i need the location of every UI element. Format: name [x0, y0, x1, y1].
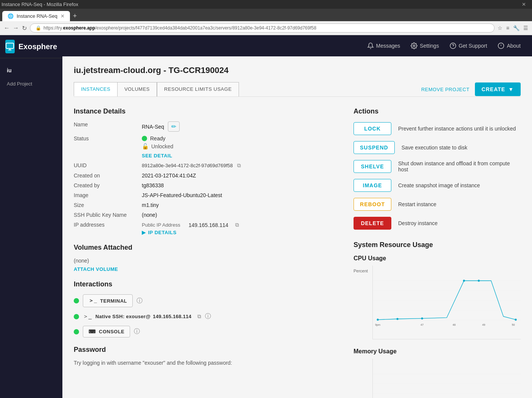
volumes-title: Volumes Attached: [74, 244, 338, 252]
uuid-label: UUID: [74, 162, 142, 169]
sidebar-brand: Exosphere: [0, 35, 62, 58]
actions-title: Actions: [354, 107, 521, 115]
svg-rect-0: [6, 43, 14, 48]
memory-chart-container: 100 75 50 25: [354, 359, 521, 398]
left-column: Instance Details Name RNA-Seq ✏ Status: [74, 107, 338, 398]
terminal-label: TERMINAL: [100, 298, 127, 304]
browser-titlebar: Instance RNA-Seq - Mozilla Firefox ✕: [0, 0, 532, 9]
tab-instances[interactable]: INSTANCES: [74, 82, 117, 96]
created-on-value: 2021-03-12T04:41:04Z: [142, 173, 196, 179]
cpu-chart-container: Percent 100 75 50 25 0: [354, 266, 521, 340]
system-resource-title: System Resource Usage: [354, 241, 521, 249]
nav-get-support[interactable]: Get Support: [450, 42, 487, 49]
menu-icon[interactable]: ☰: [523, 25, 528, 31]
tab-volumes[interactable]: VOLUMES: [117, 82, 157, 96]
image-value: JS-API-Featured-Ubuntu20-Latest: [142, 192, 222, 198]
back-button[interactable]: ←: [4, 25, 10, 31]
shelve-button[interactable]: SHELVE: [354, 160, 391, 173]
lock-action-row: LOCK Prevent further instance actions un…: [354, 122, 521, 135]
url-prefix: https://try.: [43, 25, 63, 31]
browser-close[interactable]: ✕: [522, 2, 530, 7]
memory-chart-svg: 100 75 50 25: [372, 359, 521, 398]
settings-label: Settings: [420, 43, 439, 49]
uuid-copy-button[interactable]: ⧉: [237, 162, 241, 168]
ready-dot: [142, 136, 147, 141]
tab-resource-limits[interactable]: RESOURCE LIMITS USAGE: [157, 82, 239, 96]
ip-copy-button[interactable]: ⧉: [235, 222, 239, 228]
extension-icon[interactable]: 🔧: [513, 25, 520, 31]
cpu-chart-svg: 100 75 50 25 0: [372, 266, 521, 339]
console-icon: ⌨: [88, 329, 96, 334]
console-help-icon[interactable]: ⓘ: [134, 328, 140, 336]
sidebar-add-project[interactable]: Add Project: [0, 77, 62, 90]
created-by-label: Created by: [74, 182, 142, 188]
console-button[interactable]: ⌨ CONSOLE: [83, 326, 130, 337]
public-ip-value: 149.165.168.114: [189, 222, 228, 228]
svg-point-24: [515, 319, 516, 320]
reader-icon[interactable]: ≡: [506, 25, 509, 31]
native-ssh-row: ＞_ Native SSH: exouser@149.165.168.114 ⧉…: [74, 312, 338, 320]
bookmark-star-icon[interactable]: ☆: [498, 25, 503, 31]
lock-description: Prevent further instance actions until i…: [398, 126, 516, 132]
delete-button[interactable]: DELETE: [354, 217, 391, 230]
volumes-section: Volumes Attached (none) ATTACH VOLUME: [74, 244, 338, 272]
svg-point-20: [397, 318, 399, 320]
instance-details-section: Instance Details Name RNA-Seq ✏ Status: [74, 107, 338, 235]
reboot-button[interactable]: REBOOT: [354, 198, 391, 211]
browser-title: Instance RNA-Seq - Mozilla Firefox: [2, 2, 78, 7]
tabs-row: INSTANCES VOLUMES RESOURCE LIMITS USAGE …: [74, 82, 521, 97]
ssh-key-label: SSH Public Key Name: [74, 212, 142, 218]
terminal-help-icon[interactable]: ⓘ: [136, 297, 143, 305]
image-button[interactable]: IMAGE: [354, 179, 391, 192]
suspend-action-row: SUSPEND Save execution state to disk: [354, 141, 521, 154]
lock-button[interactable]: LOCK: [354, 122, 391, 135]
console-row: ⌨ CONSOLE ⓘ: [74, 326, 338, 337]
suspend-button[interactable]: SUSPEND: [354, 141, 395, 154]
two-column-layout: Instance Details Name RNA-Seq ✏ Status: [74, 107, 521, 398]
ssh-copy-button[interactable]: ⧉: [197, 313, 201, 320]
cpu-chart-title: CPU Usage: [354, 255, 521, 262]
uuid-row: UUID 8912a80e-3e94-4172-8c2f-97d69d769f5…: [74, 162, 338, 169]
project-title: iu.jetstream-cloud.org - TG-CCR190024: [74, 65, 521, 75]
browser-tab-active[interactable]: 🌐 Instance RNA-Seq ✕: [2, 11, 70, 21]
url-bar[interactable]: 🔒 https://try.exosphere.app/exosphere/pr…: [30, 23, 495, 33]
interactions-section: Interactions ＞_ TERMINAL ⓘ: [74, 280, 338, 337]
status-unlocked: 🔓 Unlocked: [142, 143, 173, 150]
cpu-y-axis: Percent: [354, 266, 368, 334]
created-by-value: tg836338: [142, 182, 164, 188]
remove-project-button[interactable]: REMOVE PROJECT: [421, 87, 470, 92]
page-layout: Exosphere iu Add Project Messages: [0, 35, 532, 398]
new-tab-button[interactable]: +: [73, 12, 77, 20]
name-label: Name: [74, 121, 142, 132]
url-text: https://try.exosphere.app/exosphere/proj…: [43, 25, 316, 31]
svg-text:48: 48: [453, 323, 456, 326]
attach-volume-button[interactable]: ATTACH VOLUME: [74, 266, 118, 272]
create-label: CREATE: [482, 86, 506, 92]
bell-icon: [367, 42, 374, 49]
status-label: Status: [74, 135, 142, 159]
delete-description: Destroy instance: [398, 220, 437, 226]
native-ssh-info: ＞_ Native SSH: exouser@149.165.168.114: [83, 313, 191, 320]
terminal-button[interactable]: ＞_ TERMINAL: [83, 294, 133, 307]
browser-tab-close[interactable]: ✕: [60, 13, 65, 19]
name-edit-button[interactable]: ✏: [168, 121, 180, 132]
help-circle-icon: [450, 42, 456, 49]
see-detail-button[interactable]: SEE DETAIL: [142, 153, 172, 159]
forward-button[interactable]: →: [13, 25, 19, 31]
nav-messages[interactable]: Messages: [367, 42, 400, 49]
created-on-row: Created on 2021-03-12T04:41:04Z: [74, 173, 338, 179]
size-label: Size: [74, 202, 142, 208]
svg-text:50: 50: [512, 323, 515, 326]
reload-button[interactable]: ↻: [22, 25, 27, 32]
nav-about[interactable]: About: [498, 42, 521, 49]
image-description: Create snapshot image of instance: [398, 182, 480, 188]
lock-open-icon: 🔓: [142, 143, 149, 150]
sidebar-item-iu[interactable]: iu: [0, 64, 62, 77]
nav-settings[interactable]: Settings: [411, 42, 439, 49]
unlocked-text: Unlocked: [151, 143, 173, 149]
create-button[interactable]: CREATE ▼: [475, 82, 521, 96]
ssh-key-row: SSH Public Key Name (none): [74, 212, 338, 218]
right-column: Actions LOCK Prevent further instance ac…: [354, 107, 521, 398]
ip-details-button[interactable]: ▶ IP Details: [142, 230, 239, 235]
ssh-help-icon[interactable]: ⓘ: [205, 312, 211, 320]
